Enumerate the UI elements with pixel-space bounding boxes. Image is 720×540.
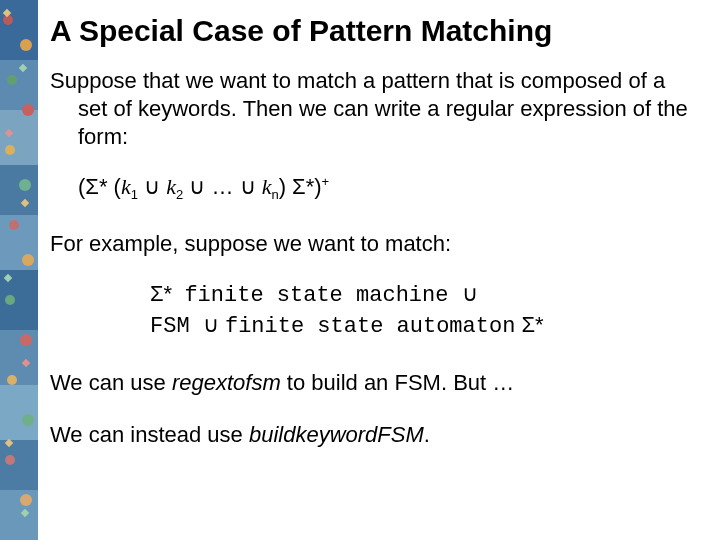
svg-rect-2 [0,60,38,110]
svg-point-18 [22,254,34,266]
dots: ∪ … ∪ [183,174,261,199]
slide-title: A Special Case of Pattern Matching [50,14,700,49]
sigma-symbol-2: Σ [292,174,306,199]
ex-kw-2: FSM [150,314,203,339]
svg-point-16 [19,179,31,191]
decorative-strip [0,0,38,540]
intro-text: Suppose that we want to match a pattern … [50,67,700,151]
close-inner: ) [279,174,292,199]
star-symbol-2: * [306,174,315,199]
svg-rect-4 [0,165,38,215]
svg-rect-10 [0,490,38,540]
sigma-symbol: Σ [85,174,99,199]
ex-sigma-star-1: Σ* [150,281,184,306]
svg-rect-3 [0,110,38,165]
cup-1: ∪ [138,174,166,199]
regex-formula: (Σ* (k1 ∪ k2 ∪ … ∪ kn) Σ*)+ [50,173,700,204]
svg-rect-1 [0,0,38,60]
ex-cup-1: ∪ [462,281,478,306]
para3-a: We can use [50,370,172,395]
k-var-2: k [166,174,176,199]
ex-sigma-star-2: Σ* [515,312,543,337]
svg-point-12 [20,39,32,51]
svg-point-20 [20,334,32,346]
para4-a: We can instead use [50,422,249,447]
sub-1: 1 [131,187,138,202]
para3-c: to build an FSM. But … [281,370,515,395]
buildkeywordfsm-term: buildkeywordFSM [249,422,424,447]
plus-symbol: + [322,174,330,189]
svg-point-13 [7,75,17,85]
svg-rect-9 [0,440,38,490]
para4-c: . [424,422,430,447]
decorative-pattern [0,0,38,540]
svg-point-15 [5,145,15,155]
formula-space-paren: ( [108,174,121,199]
ex-kw-1: finite state machine [184,283,461,308]
svg-rect-7 [0,330,38,385]
ex-kw-3: finite state automaton [225,314,515,339]
svg-point-17 [9,220,19,230]
intro-paragraph: Suppose that we want to match a pattern … [50,67,700,151]
k-var-1: k [121,174,131,199]
svg-point-11 [3,15,13,25]
close-outer: ) [314,174,321,199]
ex-cup-2: ∪ [203,312,225,337]
regextofsm-paragraph: We can use regextofsm to build an FSM. B… [50,369,700,397]
sub-n: n [271,187,278,202]
svg-rect-8 [0,385,38,440]
star-symbol: * [99,174,108,199]
slide-body: Suppose that we want to match a pattern … [50,67,700,450]
svg-point-21 [7,375,17,385]
svg-point-22 [22,414,34,426]
regextofsm-term: regextofsm [172,370,281,395]
slide-content: A Special Case of Pattern Matching Suppo… [50,14,700,450]
example-block: Σ* finite state machine ∪ FSM ∪ finite s… [50,280,700,341]
buildkeyword-paragraph: We can instead use buildkeywordFSM. [50,421,700,449]
svg-point-24 [20,494,32,506]
k-var-n: k [262,174,272,199]
example-intro: For example, suppose we want to match: [50,230,700,258]
svg-point-19 [5,295,15,305]
svg-point-14 [22,104,34,116]
svg-point-23 [5,455,15,465]
